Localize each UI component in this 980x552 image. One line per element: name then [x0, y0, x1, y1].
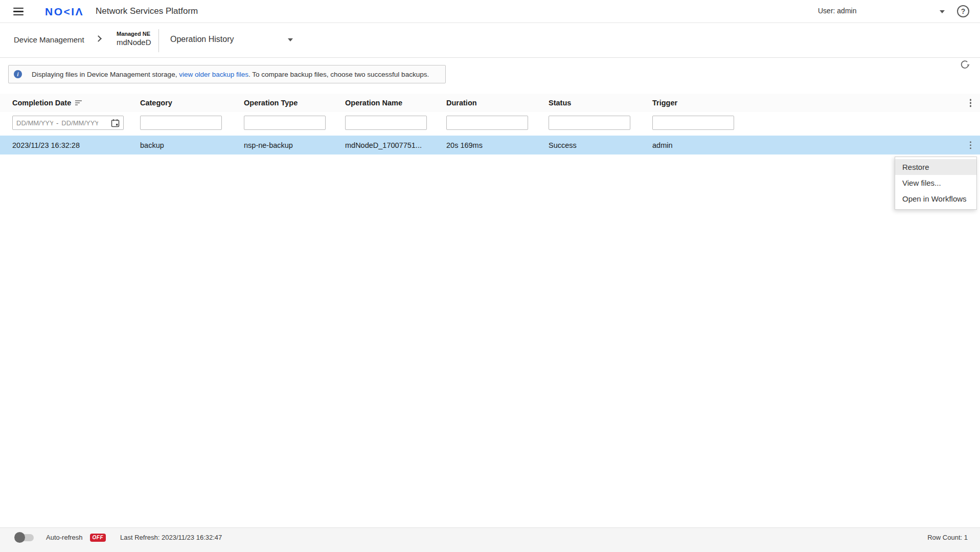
column-header-operation-type[interactable]: Operation Type [244, 99, 345, 107]
info-icon: i [14, 70, 22, 78]
operation-history-table: Completion Date Category Operation Type … [0, 94, 980, 154]
column-header-duration[interactable]: Duration [446, 99, 549, 107]
column-header-completion-date[interactable]: Completion Date [12, 99, 140, 107]
status-filter-input[interactable] [549, 116, 630, 130]
column-header-label: Operation Name [345, 99, 402, 107]
completion-date-range-filter[interactable]: DD/MM/YYY - DD/MM/YYY [12, 116, 124, 130]
calendar-icon[interactable] [111, 119, 120, 127]
trigger-filter-input[interactable] [652, 116, 734, 130]
column-header-label: Duration [446, 99, 477, 107]
column-header-status[interactable]: Status [549, 99, 652, 107]
auto-refresh-off-badge: OFF [90, 534, 106, 542]
auto-refresh-label: Auto-refresh [46, 534, 83, 541]
category-filter-input[interactable] [140, 116, 222, 130]
operation-name-filter-input[interactable] [345, 116, 427, 130]
duration-filter-input[interactable] [446, 116, 528, 130]
cell-operation-name: mdNodeD_17007751... [345, 141, 446, 149]
cell-category: backup [140, 141, 244, 149]
table-row-selected[interactable]: 2023/11/23 16:32:28 backup nsp-ne-backup… [0, 136, 980, 154]
column-header-label: Completion Date [12, 99, 71, 107]
operation-type-filter-input[interactable] [244, 116, 326, 130]
menu-item-view-files[interactable]: View files... [895, 175, 976, 191]
info-banner: i Displaying files in Device Management … [8, 65, 446, 83]
cell-operation-type: nsp-ne-backup [244, 141, 345, 149]
cell-completion-date: 2023/11/23 16:32:28 [12, 141, 140, 149]
table-settings-kebab-icon[interactable] [968, 97, 973, 108]
auto-refresh-toggle[interactable] [15, 534, 34, 541]
column-header-trigger[interactable]: Trigger [652, 99, 734, 107]
column-header-operation-name[interactable]: Operation Name [345, 99, 446, 107]
user-menu-caret-icon[interactable] [940, 10, 945, 13]
column-header-label: Status [549, 99, 571, 107]
date-from-placeholder: DD/MM/YYY [16, 119, 53, 127]
row-actions-kebab-icon[interactable] [968, 140, 973, 151]
column-header-label: Category [140, 99, 172, 107]
date-range-separator: - [56, 119, 58, 127]
menu-item-restore[interactable]: Restore [895, 159, 976, 175]
date-to-placeholder: DD/MM/YYY [61, 119, 98, 127]
row-actions-context-menu: Restore View files... Open in Workflows [895, 157, 977, 210]
row-count: Row Count: 1 [927, 534, 968, 541]
user-menu-label[interactable]: User: admin [818, 7, 856, 15]
app-header: NO<IΛ Network Services Platform User: ad… [0, 0, 980, 23]
breadcrumb-device-management[interactable]: Device Management [14, 35, 84, 44]
column-header-label: Trigger [652, 99, 677, 107]
hamburger-menu-icon[interactable] [13, 8, 24, 15]
cell-status: Success [549, 141, 652, 149]
view-older-backups-link[interactable]: view older backup files [179, 71, 248, 78]
sort-icon[interactable] [75, 100, 82, 105]
managed-ne-label: Managed NE [117, 31, 151, 38]
app-root: NO<IΛ Network Services Platform User: ad… [0, 0, 980, 552]
footer-bar: Auto-refresh OFF Last Refresh: 2023/11/2… [0, 527, 980, 552]
table-header-row: Completion Date Category Operation Type … [0, 94, 980, 112]
refresh-icon[interactable] [959, 59, 971, 71]
banner-text: Displaying files in Device Management st… [32, 71, 429, 78]
view-selector[interactable]: Operation History [170, 35, 234, 44]
breadcrumb-managed-ne[interactable]: Managed NE mdNodeD [117, 31, 151, 48]
column-header-category[interactable]: Category [140, 99, 244, 107]
cell-duration: 20s 169ms [446, 141, 549, 149]
cell-trigger: admin [652, 141, 734, 149]
toolbar-divider [158, 29, 159, 52]
nokia-logo: NO<IΛ [45, 6, 84, 18]
column-header-label: Operation Type [244, 99, 298, 107]
chevron-right-icon [95, 35, 102, 42]
help-icon[interactable]: ? [957, 5, 969, 17]
managed-ne-name: mdNodeD [117, 38, 151, 48]
table-filter-row: DD/MM/YYY - DD/MM/YYY [0, 112, 980, 134]
last-refresh-text: Last Refresh: 2023/11/23 16:32:47 [120, 534, 222, 541]
banner-text-after: . To compare backup files, choose two su… [248, 71, 429, 78]
app-title: Network Services Platform [96, 6, 198, 16]
menu-item-open-in-workflows[interactable]: Open in Workflows [895, 191, 976, 207]
breadcrumb-toolbar: Device Management Managed NE mdNodeD Ope… [0, 23, 980, 58]
view-selector-caret-icon[interactable] [288, 38, 293, 41]
banner-text-before: Displaying files in Device Management st… [32, 71, 179, 78]
